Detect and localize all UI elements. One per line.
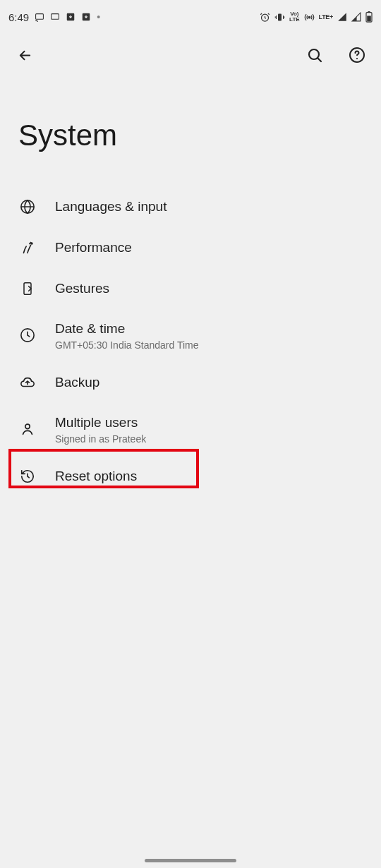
settings-item-performance[interactable]: Performance (0, 227, 381, 268)
settings-item-users[interactable]: Multiple users Signed in as Prateek (0, 403, 381, 456)
settings-item-backup[interactable]: Backup (0, 362, 381, 403)
settings-item-reset[interactable]: Reset options (0, 456, 381, 497)
person-icon (18, 421, 37, 437)
settings-item-label: Reset options (55, 468, 137, 485)
gestures-icon (18, 281, 37, 296)
vibrate-icon (274, 12, 285, 23)
signal-icon-1 (337, 12, 347, 22)
svg-point-6 (308, 16, 310, 18)
svg-rect-8 (368, 11, 370, 13)
cast-icon (35, 13, 44, 22)
toolbar (0, 34, 381, 76)
svg-rect-1 (52, 13, 59, 19)
svg-rect-0 (36, 13, 44, 19)
dot-icon: • (97, 11, 100, 23)
settings-item-datetime[interactable]: Date & time GMT+05:30 India Standard Tim… (0, 309, 381, 362)
battery-icon (365, 11, 373, 23)
status-time: 6:49 (8, 11, 29, 23)
volte-icon: Vo)LTE (289, 11, 300, 23)
settings-item-label: Date & time (55, 320, 199, 337)
alarm-icon (260, 12, 270, 23)
download-icon-2 (81, 12, 91, 22)
hotspot-icon (304, 12, 315, 23)
settings-item-label: Gestures (55, 280, 109, 297)
help-button[interactable] (346, 44, 368, 66)
svg-point-12 (356, 58, 358, 59)
back-button[interactable] (14, 44, 36, 66)
download-icon (66, 12, 75, 22)
settings-item-languages[interactable]: Languages & input (0, 186, 381, 227)
svg-point-17 (25, 424, 30, 428)
settings-item-gestures[interactable]: Gestures (0, 268, 381, 309)
performance-icon (18, 240, 37, 255)
settings-item-sublabel: GMT+05:30 India Standard Time (55, 339, 199, 351)
clock-icon (18, 327, 37, 343)
signal-icon-2 (351, 12, 361, 22)
settings-item-label: Languages & input (55, 198, 167, 215)
home-indicator[interactable] (145, 859, 236, 862)
svg-rect-5 (278, 13, 282, 20)
settings-item-sublabel: Signed in as Prateek (55, 433, 146, 445)
cast-icon-2 (50, 13, 60, 22)
cloud-upload-icon (18, 375, 37, 390)
page-title: System (0, 76, 381, 186)
settings-item-label: Performance (55, 239, 132, 256)
status-bar: 6:49 • Vo)LTE LTE+ (0, 0, 381, 34)
search-button[interactable] (303, 44, 326, 66)
search-icon (306, 47, 323, 64)
globe-icon (18, 199, 37, 215)
settings-list: Languages & input Performance Gestures D… (0, 186, 381, 497)
settings-item-label: Multiple users (55, 414, 146, 431)
svg-rect-15 (24, 283, 31, 295)
settings-item-label: Backup (55, 374, 99, 391)
reset-icon (18, 469, 37, 484)
lte-text: LTE+ (319, 13, 333, 20)
help-icon (349, 47, 365, 64)
svg-rect-9 (367, 16, 371, 21)
arrow-left-icon (17, 47, 33, 64)
